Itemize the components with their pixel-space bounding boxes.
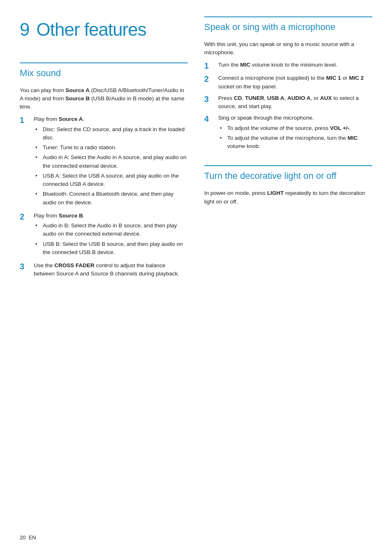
step-1-content: Play from Source A. • Disc: Select the C… bbox=[34, 115, 188, 208]
microphone-intro: With this unit, you can speak or sing to… bbox=[204, 40, 372, 57]
step-1-num: 1 bbox=[20, 115, 31, 125]
bullet-text: USB B: Select the USB B source, and then… bbox=[43, 240, 188, 257]
light-intro: In power-on mode, press LIGHT repeatedly… bbox=[204, 189, 372, 206]
bullet-item: • Bluetooth: Connect a Bluetooth device,… bbox=[35, 190, 188, 207]
bullet-dot: • bbox=[220, 124, 226, 132]
light-title: Turn the decorative light on or off bbox=[204, 165, 372, 183]
bullet-item: • Audio in B: Select the Audio in B sour… bbox=[35, 222, 188, 238]
chapter-number: 9 bbox=[20, 19, 30, 39]
step-2-bullets: • Audio in B: Select the Audio in B sour… bbox=[35, 222, 188, 257]
bullet-item: • To adjust the volume of the source, pr… bbox=[220, 124, 372, 132]
bullet-text: Bluetooth: Connect a Bluetooth device, a… bbox=[43, 190, 188, 207]
step-3: 3 Use the CROSS FADER control to adjust … bbox=[20, 261, 188, 278]
bullet-dot: • bbox=[35, 172, 41, 180]
page-lang: EN bbox=[29, 534, 36, 541]
step-2: 2 Play from Source B. • Audio in B: Sele… bbox=[20, 212, 188, 258]
bullet-text: Audio in A: Select the Audio in A source… bbox=[43, 153, 188, 170]
page-footer: 20 EN bbox=[20, 534, 36, 542]
step-3-content: Use the CROSS FADER control to adjust th… bbox=[34, 261, 188, 278]
bullet-item: • Disc: Select the CD source, and play a… bbox=[35, 125, 188, 142]
bullet-item: • USB A: Select the USB A source, and pl… bbox=[35, 172, 188, 189]
mic-step-3: 3 Press CD, TUNER, USB A, AUDIO A, or AU… bbox=[204, 94, 372, 111]
mic-step-4: 4 Sing or speak through the microphone. … bbox=[204, 114, 372, 152]
mic-step-3-content: Press CD, TUNER, USB A, AUDIO A, or AUX … bbox=[218, 94, 372, 111]
mic-step-4-bullets: • To adjust the volume of the source, pr… bbox=[220, 124, 372, 151]
bullet-dot: • bbox=[220, 134, 226, 142]
step-3-num: 3 bbox=[20, 261, 31, 271]
bullet-item: • To adjust the volume of the microphone… bbox=[220, 134, 372, 151]
step-1: 1 Play from Source A. • Disc: Select the… bbox=[20, 115, 188, 208]
bullet-dot: • bbox=[35, 222, 41, 230]
right-column: Speak or sing with a microphone With thi… bbox=[204, 16, 372, 539]
bullet-text: To adjust the volume of the microphone, … bbox=[227, 134, 372, 151]
microphone-title: Speak or sing with a microphone bbox=[204, 16, 372, 34]
mic-step-4-num: 4 bbox=[204, 114, 216, 124]
mic-step-4-content: Sing or speak through the microphone. • … bbox=[218, 114, 372, 152]
mix-sound-section: Mix sound You can play from Source A (Di… bbox=[20, 62, 188, 278]
bullet-item: • Audio in A: Select the Audio in A sour… bbox=[35, 153, 188, 170]
bullet-dot: • bbox=[35, 143, 41, 152]
bullet-dot: • bbox=[35, 153, 41, 162]
mic-step-2: 2 Connect a microphone (not supplied) to… bbox=[204, 74, 372, 91]
step-1-bullets: • Disc: Select the CD source, and play a… bbox=[35, 125, 188, 207]
bullet-item: • Tuner: Tune to a radio station. bbox=[35, 143, 188, 152]
chapter-title: 9Other features bbox=[20, 16, 188, 43]
page-number: 20 bbox=[20, 534, 25, 541]
light-section: Turn the decorative light on or off In p… bbox=[204, 165, 372, 206]
step-2-num: 2 bbox=[20, 212, 31, 222]
mic-step-1: 1 Turn the MIC volume knob to the minimu… bbox=[204, 61, 372, 71]
microphone-section: Speak or sing with a microphone With thi… bbox=[204, 16, 372, 152]
chapter-title-text: Other features bbox=[36, 19, 146, 39]
bullet-text: To adjust the volume of the source, pres… bbox=[227, 124, 351, 132]
bullet-dot: • bbox=[35, 190, 41, 198]
mic-step-2-content: Connect a microphone (not supplied) to t… bbox=[218, 74, 372, 91]
mic-step-1-content: Turn the MIC volume knob to the minimum … bbox=[218, 61, 372, 69]
left-column: 9Other features Mix sound You can play f… bbox=[20, 16, 188, 539]
step-2-content: Play from Source B. • Audio in B: Select… bbox=[34, 212, 188, 258]
bullet-text: Disc: Select the CD source, and play a t… bbox=[43, 125, 188, 142]
mix-sound-intro: You can play from Source A (Disc/USB A/B… bbox=[20, 86, 188, 111]
bullet-text: Tuner: Tune to a radio station. bbox=[43, 143, 117, 152]
mix-sound-title: Mix sound bbox=[20, 62, 188, 80]
bullet-dot: • bbox=[35, 240, 41, 248]
bullet-item: • USB B: Select the USB B source, and th… bbox=[35, 240, 188, 257]
mic-step-3-num: 3 bbox=[204, 94, 216, 104]
mic-step-2-num: 2 bbox=[204, 74, 216, 84]
bullet-text: USB A: Select the USB A source, and play… bbox=[43, 172, 188, 189]
bullet-text: Audio in B: Select the Audio in B source… bbox=[43, 222, 188, 238]
mic-step-1-num: 1 bbox=[204, 61, 216, 71]
bullet-dot: • bbox=[35, 125, 41, 134]
